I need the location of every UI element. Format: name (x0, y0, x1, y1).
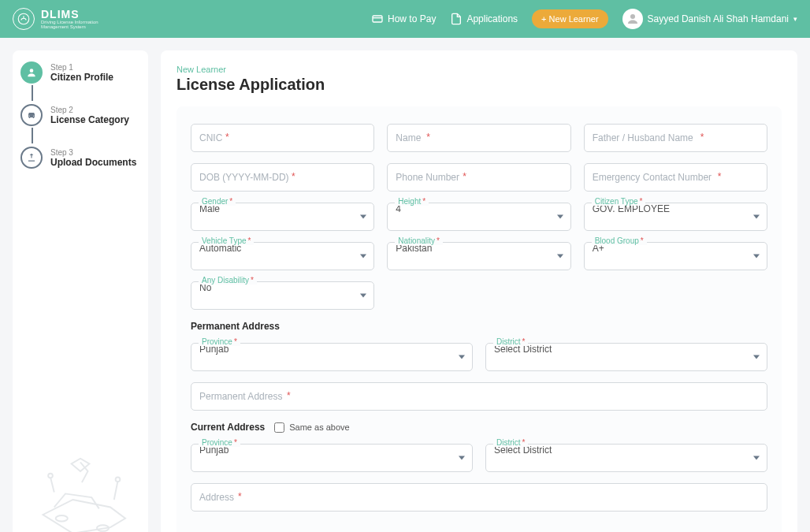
perm-address-input[interactable] (191, 382, 767, 411)
svg-point-6 (48, 474, 53, 478)
wallet-icon (371, 13, 384, 25)
car-icon (20, 104, 43, 126)
blood-group-label: Blood Group* (592, 236, 647, 245)
chevron-down-icon: ▾ (793, 15, 797, 23)
step-license-category[interactable]: Step 2 License Category (20, 104, 140, 147)
step-citizen-profile[interactable]: Step 1 Citizen Profile (20, 61, 140, 104)
svg-point-0 (18, 13, 29, 24)
curr-district-select[interactable]: Select District (485, 444, 767, 472)
user-menu[interactable]: Sayyed Danish Ali Shah Hamdani ▾ (622, 9, 797, 29)
new-learner-button[interactable]: + New Learner (532, 9, 608, 28)
step-upload-documents[interactable]: Step 3 Upload Documents (20, 147, 140, 169)
emergency-input[interactable] (584, 163, 767, 192)
svg-point-2 (630, 14, 635, 19)
permanent-address-heading: Permanent Address (191, 321, 767, 332)
phone-input[interactable] (387, 163, 570, 192)
nationality-select[interactable]: Pakistan (387, 242, 570, 270)
upload-icon (20, 147, 43, 169)
perm-district-label: District* (493, 337, 528, 346)
person-icon (20, 61, 43, 84)
svg-point-4 (56, 515, 68, 522)
form-panel: * * * * * * Gender*Male Height*4 Citizen… (176, 106, 782, 532)
steps-sidebar: Step 1 Citizen Profile Step 2 License Ca… (13, 50, 148, 532)
nationality-label: Nationality* (395, 236, 443, 245)
avatar-icon (622, 9, 643, 29)
current-address-heading: Current Address (191, 422, 265, 433)
perm-province-select[interactable]: Punjab (191, 343, 473, 371)
perm-province-label: Province* (199, 337, 240, 346)
brand-subtitle-2: Management System (41, 24, 98, 29)
curr-province-label: Province* (199, 438, 240, 447)
logo-badge-icon (13, 8, 35, 30)
nav-applications[interactable]: Applications (450, 13, 518, 25)
name-input[interactable] (387, 124, 570, 152)
curr-province-select[interactable]: Punjab (191, 444, 473, 472)
height-label: Height* (395, 197, 429, 206)
curr-address-input[interactable] (191, 483, 767, 512)
user-name: Sayyed Danish Ali Shah Hamdani (648, 13, 789, 24)
top-header: DLIMS Driving License Information Manage… (0, 0, 810, 38)
main-content: New Learner License Application * * * * … (161, 50, 797, 532)
document-icon (450, 13, 463, 25)
brand-logo[interactable]: DLIMS Driving License Information Manage… (13, 8, 98, 30)
vehicle-type-select[interactable]: Automatic (191, 242, 374, 270)
svg-point-7 (116, 478, 121, 482)
citizen-type-select[interactable]: GOV. EMPLOYEE (584, 203, 767, 231)
blood-group-select[interactable]: A+ (584, 242, 767, 270)
svg-rect-1 (373, 16, 382, 22)
curr-district-label: District* (493, 438, 528, 447)
cnic-input[interactable] (191, 124, 374, 152)
vehicle-type-label: Vehicle Type* (199, 236, 254, 245)
father-input[interactable] (584, 124, 767, 152)
brand-title: DLIMS (41, 9, 98, 20)
disability-select[interactable]: No (191, 281, 374, 310)
same-as-above-checkbox[interactable]: Same as above (274, 422, 349, 433)
dob-input[interactable] (191, 163, 374, 192)
gender-select[interactable]: Male (191, 203, 374, 231)
svg-point-3 (30, 69, 34, 73)
citizen-type-label: Citizen Type* (592, 197, 646, 206)
page-title: License Application (176, 76, 782, 94)
height-select[interactable]: 4 (387, 203, 570, 231)
sidebar-illustration (20, 408, 140, 532)
gender-label: Gender* (199, 197, 236, 206)
perm-district-select[interactable]: Select District (485, 343, 767, 371)
nav-how-to-pay[interactable]: How to Pay (371, 13, 436, 25)
disability-label: Any Disability* (199, 276, 257, 285)
breadcrumb: New Learner (176, 65, 782, 74)
